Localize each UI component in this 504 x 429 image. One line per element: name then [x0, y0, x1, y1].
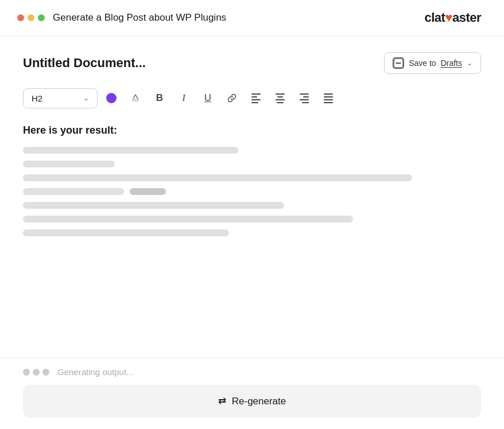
heading-select[interactable]: H2 ⌄: [23, 88, 98, 108]
skeleton-line: [130, 188, 166, 195]
italic-icon: I: [182, 92, 185, 104]
top-bar-left: Generate a Blog Post about WP Plugins: [17, 12, 226, 24]
heading-label: H2: [32, 93, 42, 103]
underline-icon: U: [204, 92, 211, 104]
logo-text-right: aster: [452, 10, 481, 25]
skeleton-line: [23, 202, 284, 209]
minimize-dot[interactable]: [28, 14, 34, 21]
skeleton-line: [23, 174, 412, 181]
logo-heart-icon: ♥: [445, 10, 452, 25]
save-icon: [393, 57, 404, 69]
align-center-icon: [276, 93, 285, 103]
bold-button[interactable]: B: [149, 88, 170, 108]
typing-dots: [23, 369, 49, 376]
skeleton-content: [23, 147, 481, 236]
document-area: Untitled Document... Save to Drafts ⌄ H2…: [0, 36, 504, 236]
skeleton-row: [23, 188, 481, 195]
highlighter-icon: [130, 93, 141, 103]
typing-dot-3: [42, 369, 49, 376]
skeleton-line: [23, 147, 238, 154]
logo: clat♥aster: [424, 10, 481, 25]
svg-rect-2: [132, 99, 139, 102]
toolbar: H2 ⌄ B I U: [23, 88, 481, 108]
link-icon: [227, 93, 237, 103]
color-circle-icon: [106, 93, 117, 103]
color-picker-button[interactable]: [101, 88, 122, 108]
result-heading: Here is your result:: [23, 124, 481, 136]
typing-dot-1: [23, 369, 30, 376]
skeleton-line: [23, 188, 124, 195]
generating-row: Generating output...: [23, 367, 481, 377]
generating-text: Generating output...: [57, 367, 134, 377]
regenerate-label: Re-generate: [232, 396, 286, 407]
align-right-icon: [300, 93, 309, 103]
align-center-button[interactable]: [270, 88, 290, 108]
doc-title[interactable]: Untitled Document...: [23, 56, 146, 71]
close-dot[interactable]: [17, 14, 24, 21]
align-right-button[interactable]: [294, 88, 315, 108]
top-bar: Generate a Blog Post about WP Plugins cl…: [0, 0, 504, 36]
maximize-dot[interactable]: [38, 14, 45, 21]
link-button[interactable]: [222, 88, 242, 108]
save-label-drafts: Drafts: [441, 58, 462, 68]
doc-header: Untitled Document... Save to Drafts ⌄: [23, 52, 481, 74]
save-to-drafts-button[interactable]: Save to Drafts ⌄: [384, 52, 481, 74]
save-label-static: Save to: [409, 58, 436, 68]
svg-rect-0: [394, 58, 403, 68]
skeleton-line: [23, 216, 353, 223]
bottom-bar: Generating output... ⇄ Re-generate: [0, 357, 504, 429]
align-justify-icon: [324, 93, 333, 103]
italic-button[interactable]: I: [173, 88, 194, 108]
align-left-icon: [251, 93, 261, 103]
regenerate-button[interactable]: ⇄ Re-generate: [23, 385, 481, 418]
heading-chevron-icon: ⌄: [83, 94, 89, 102]
skeleton-line: [23, 229, 229, 236]
highlight-button[interactable]: [125, 88, 146, 108]
align-left-button[interactable]: [246, 88, 266, 108]
typing-dot-2: [33, 369, 40, 376]
chevron-down-icon: ⌄: [467, 59, 472, 67]
window-controls: [17, 14, 45, 21]
logo-text-left: clat: [424, 10, 445, 25]
bold-icon: B: [156, 92, 163, 104]
arrows-icon: ⇄: [218, 395, 226, 407]
page-title: Generate a Blog Post about WP Plugins: [53, 12, 226, 24]
skeleton-line: [23, 161, 115, 167]
align-justify-button[interactable]: [318, 88, 339, 108]
underline-button[interactable]: U: [197, 88, 218, 108]
